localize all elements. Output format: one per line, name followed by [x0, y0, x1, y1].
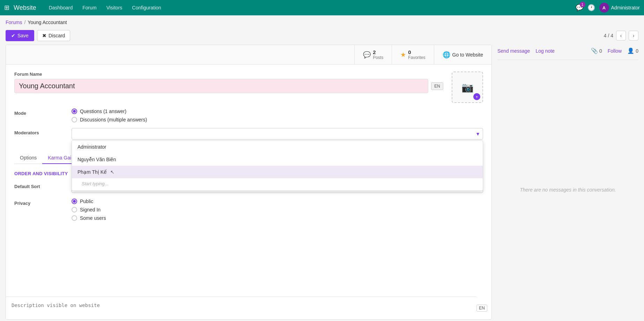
forum-name-input[interactable]	[14, 79, 428, 93]
favorites-stat[interactable]: ★ 0 Favorites	[392, 45, 434, 64]
posts-stat[interactable]: 💬 2 Posts	[354, 45, 392, 64]
discard-button[interactable]: ✖ Discard	[37, 30, 70, 41]
privacy-signed-in[interactable]: Signed In	[72, 207, 483, 212]
chevron-down-icon: ▾	[476, 130, 479, 137]
posts-count: 2	[373, 49, 383, 55]
dropdown-item-nguyen[interactable]: Nguyễn Văn Biên	[72, 153, 483, 166]
avatar: A	[599, 3, 609, 13]
toolbar-pagination: 4 / 4 ‹ ›	[604, 31, 638, 40]
paperclip-icon: 📎	[591, 47, 598, 54]
add-photo-icon: +	[473, 93, 480, 100]
page-info: 4 / 4	[604, 33, 613, 38]
radio-public-dot	[72, 199, 77, 204]
moderators-row: Moderators ▾ Administrator Nguyễn Văn Bi…	[14, 128, 483, 140]
breadcrumb: Forums / Young Accountant	[0, 15, 644, 28]
camera-icon: 📷	[461, 82, 474, 93]
no-messages-text: There are no messages in this conversati…	[497, 60, 638, 320]
posts-label: Posts	[373, 55, 383, 60]
checkmark-icon: ✔	[11, 33, 15, 38]
favorites-count: 0	[408, 49, 425, 55]
user-menu[interactable]: A Administrator	[599, 3, 640, 13]
chatter-header: Send message Log note 📎 0 Follow 👤 0	[497, 45, 638, 60]
favorites-label: Favorites	[408, 55, 425, 60]
moderators-dropdown: Administrator Nguyễn Văn Biên Phạm Thị K…	[72, 140, 483, 191]
stats-bar: 💬 2 Posts ★ 0 Favorites 🌐 Go to Website	[6, 45, 491, 65]
default-sort-label: Default Sort	[14, 182, 63, 189]
nav-dashboard[interactable]: Dashboard	[45, 3, 77, 12]
chatter-right: 📎 0 Follow 👤 0	[591, 47, 638, 54]
dropdown-placeholder[interactable]: Start typing...	[72, 178, 483, 191]
privacy-public[interactable]: Public	[72, 199, 483, 204]
description-input[interactable]	[6, 297, 476, 319]
grid-icon[interactable]: ⊞	[4, 4, 9, 12]
favorites-icon: ★	[400, 51, 406, 59]
save-button[interactable]: ✔ Save	[6, 30, 34, 41]
user-name: Administrator	[611, 5, 640, 10]
radio-questions-dot	[72, 109, 77, 114]
moderators-label: Moderators	[14, 128, 63, 135]
website-icon: 🌐	[443, 51, 450, 59]
cursor-indicator: ↖	[110, 169, 114, 175]
privacy-some-users[interactable]: Some users	[72, 215, 483, 221]
toolbar: ✔ Save ✖ Discard 4 / 4 ‹ ›	[0, 28, 644, 45]
person-icon: 👤	[627, 47, 634, 54]
nav-visitors[interactable]: Visitors	[102, 3, 127, 12]
x-icon: ✖	[42, 33, 46, 38]
lang-badge-name[interactable]: EN	[431, 82, 443, 90]
privacy-signed-in-label: Signed In	[80, 207, 101, 212]
moderators-input[interactable]: ▾	[72, 128, 483, 140]
go-to-website-stat[interactable]: 🌐 Go to Website	[434, 45, 491, 64]
send-message-button[interactable]: Send message	[497, 48, 530, 54]
toolbar-actions: ✔ Save ✖ Discard	[6, 30, 70, 41]
privacy-radio-group: Public Signed In Some users	[72, 199, 483, 221]
radio-signed-in-dot	[72, 207, 77, 212]
mode-label: Mode	[14, 109, 63, 116]
privacy-label: Privacy	[14, 199, 63, 206]
log-note-button[interactable]: Log note	[535, 48, 555, 54]
chat-icon[interactable]: 💬 1	[576, 4, 583, 12]
go-to-website-label: Go to Website	[452, 52, 483, 58]
mode-row: Mode Questions (1 answer) Discussions (m…	[14, 109, 483, 122]
topnav: ⊞ Website Dashboard Forum Visitors Confi…	[0, 0, 644, 15]
nav-forum[interactable]: Forum	[78, 3, 101, 12]
form-body: Forum Name EN 📷 + Mode	[6, 65, 491, 152]
followers-count: 0	[636, 48, 638, 54]
radio-some-users-dot	[72, 215, 77, 221]
description-row: EN	[6, 297, 491, 319]
forum-name-row: Forum Name EN 📷 +	[14, 72, 483, 103]
privacy-public-label: Public	[80, 199, 93, 204]
mode-radio-group: Questions (1 answer) Discussions (multip…	[72, 109, 483, 122]
tab-options[interactable]: Options	[14, 152, 42, 164]
clock-icon[interactable]: 🕐	[587, 4, 595, 12]
mode-questions[interactable]: Questions (1 answer)	[72, 109, 483, 114]
mode-discussions[interactable]: Discussions (multiple answers)	[72, 117, 483, 122]
breadcrumb-separator: /	[24, 20, 25, 25]
privacy-some-users-label: Some users	[80, 215, 106, 221]
attachments-count: 0	[599, 48, 602, 54]
radio-discussions-dot	[72, 117, 77, 122]
posts-icon: 💬	[363, 51, 371, 59]
breadcrumb-current: Young Accountant	[28, 20, 67, 25]
privacy-row: Privacy Public Signed In Som	[14, 199, 483, 221]
mode-questions-label: Questions (1 answer)	[80, 109, 126, 114]
mode-discussions-label: Discussions (multiple answers)	[80, 117, 147, 122]
main-layout: 💬 2 Posts ★ 0 Favorites 🌐 Go to Website	[0, 45, 644, 320]
dropdown-item-pham[interactable]: Phạm Thị Kế ↖	[72, 166, 483, 178]
followers-meta[interactable]: 👤 0	[627, 47, 638, 54]
attachments-meta[interactable]: 📎 0	[591, 47, 602, 54]
breadcrumb-forums[interactable]: Forums	[6, 20, 22, 25]
brand-label[interactable]: Website	[14, 4, 36, 12]
next-page-button[interactable]: ›	[629, 31, 638, 40]
topnav-right: 💬 1 🕐 A Administrator	[576, 3, 640, 13]
nav-configuration[interactable]: Configuration	[128, 3, 165, 12]
description-lang-badge[interactable]: EN	[476, 305, 487, 312]
prev-page-button[interactable]: ‹	[616, 31, 626, 40]
left-panel: 💬 2 Posts ★ 0 Favorites 🌐 Go to Website	[6, 45, 492, 320]
follow-button[interactable]: Follow	[608, 48, 622, 54]
notification-badge: 1	[580, 2, 585, 7]
right-panel: Send message Log note 📎 0 Follow 👤 0 The…	[492, 45, 638, 320]
dropdown-item-administrator[interactable]: Administrator	[72, 141, 483, 153]
photo-upload[interactable]: 📷 +	[452, 72, 483, 103]
forum-name-label: Forum Name	[14, 72, 443, 77]
